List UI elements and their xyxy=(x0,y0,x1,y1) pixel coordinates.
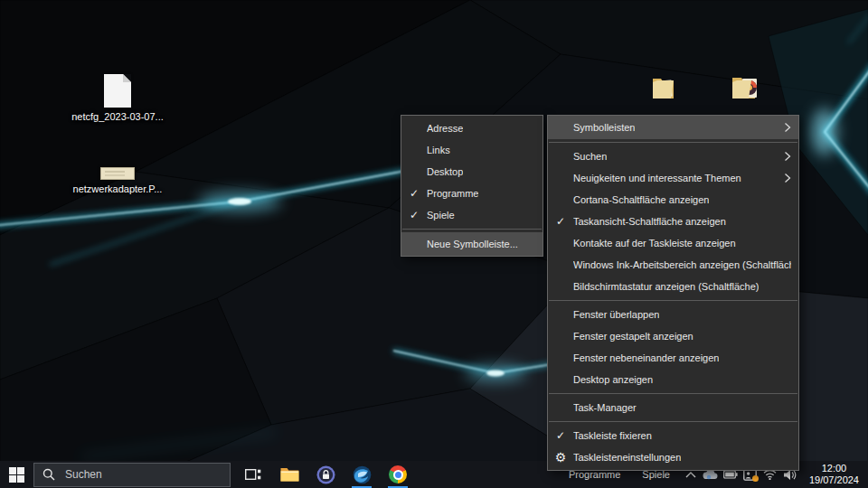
menu-item-programme[interactable]: ✓ Programme xyxy=(401,183,542,204)
menu-item-taskleiste-fixieren[interactable]: ✓ Taskleiste fixieren xyxy=(548,425,798,446)
desktop-icon-folder-1[interactable] xyxy=(626,75,707,100)
file-explorer-icon xyxy=(280,466,299,483)
menu-item-task-manager[interactable]: Task-Manager xyxy=(548,397,798,418)
desktop-icon-folder-2[interactable] xyxy=(706,74,788,100)
search-input[interactable] xyxy=(63,467,199,482)
thunderbird-button[interactable] xyxy=(347,461,376,488)
menu-separator xyxy=(549,421,797,422)
desktop-icon-label: netcfg_2023-03-07... xyxy=(71,111,164,122)
notification-badge xyxy=(752,475,759,482)
menu-item-label: Symbolleisten xyxy=(573,122,635,133)
menu-item-desktop-anzeigen[interactable]: Desktop anzeigen xyxy=(548,369,798,390)
thunderbird-icon xyxy=(353,465,372,484)
menu-item-taskleisteneinstellungen[interactable]: ⚙ Taskleisteneinstellungen xyxy=(548,446,798,468)
menu-item-label: Neue Symbolleiste... xyxy=(427,239,518,249)
image-thumbnail-icon xyxy=(100,167,135,180)
menu-item-label: Windows Ink-Arbeitsbereich anzeigen (Sch… xyxy=(573,259,791,270)
document-icon xyxy=(104,74,131,108)
desktop-icon-label: netzwerkadapter.P... xyxy=(73,183,163,194)
windows-desktop: netcfg_2023-03-07... netzwerkadapter.P..… xyxy=(0,0,868,488)
desktop-icon-netcfg[interactable]: netcfg_2023-03-07... xyxy=(77,74,158,122)
gear-icon: ⚙ xyxy=(548,451,573,464)
menu-item-taskansicht[interactable]: ✓ Taskansicht-Schaltfläche anzeigen xyxy=(548,211,798,232)
menu-item-links[interactable]: Links xyxy=(401,139,542,161)
menu-item-label: Taskleiste fixieren xyxy=(573,430,652,441)
toolbars-submenu: Adresse Links Desktop ✓ Programme ✓ Spie… xyxy=(401,115,543,257)
menu-item-label: Desktop xyxy=(427,166,463,177)
menu-item-kontakte[interactable]: Kontakte auf der Taskleiste anzeigen xyxy=(548,232,798,254)
taskbar-search-box[interactable] xyxy=(33,463,231,487)
menu-item-fenster-gestapelt[interactable]: Fenster gestapelt anzeigen xyxy=(548,325,798,347)
password-lock-app-button[interactable] xyxy=(311,461,340,488)
menu-item-cortana[interactable]: Cortana-Schaltfläche anzeigen xyxy=(548,189,798,211)
menu-item-label: Desktop anzeigen xyxy=(573,374,653,385)
task-view-button[interactable] xyxy=(239,461,268,488)
battery-icon xyxy=(723,470,738,479)
menu-item-label: Programme xyxy=(427,188,478,199)
checkmark-icon: ✓ xyxy=(401,188,427,199)
menu-separator xyxy=(549,300,797,301)
folder-with-media-icon xyxy=(731,74,762,100)
menu-item-spiele[interactable]: ✓ Spiele xyxy=(401,204,542,226)
desktop-icon-netzwerkadapter[interactable]: netzwerkadapter.P... xyxy=(77,167,158,194)
menu-item-label: Neuigkeiten und interessante Themen xyxy=(573,173,741,183)
checkmark-icon: ✓ xyxy=(548,430,573,441)
task-view-icon xyxy=(245,467,261,482)
menu-item-label: Fenster überlappen xyxy=(573,309,659,320)
menu-separator xyxy=(402,229,542,230)
chevron-up-icon xyxy=(685,472,696,478)
menu-item-adresse[interactable]: Adresse xyxy=(401,117,542,139)
taskbar-context-menu: Symbolleisten Suchen Neuigkeiten und int… xyxy=(547,115,799,471)
menu-separator xyxy=(549,142,797,143)
search-icon xyxy=(42,468,55,481)
menu-item-label: Spiele xyxy=(427,210,455,221)
submenu-arrow-icon xyxy=(784,151,791,162)
menu-item-label: Adresse xyxy=(427,123,463,134)
menu-item-fenster-nebeneinander[interactable]: Fenster nebeneinander anzeigen xyxy=(548,347,798,369)
file-explorer-button[interactable] xyxy=(275,461,304,488)
menu-item-label: Suchen xyxy=(573,151,607,162)
windows-logo-icon xyxy=(9,467,24,483)
menu-item-label: Kontakte auf der Taskleiste anzeigen xyxy=(573,238,736,249)
menu-item-windows-ink[interactable]: Windows Ink-Arbeitsbereich anzeigen (Sch… xyxy=(548,254,798,276)
menu-separator xyxy=(549,393,797,394)
checkmark-icon: ✓ xyxy=(548,216,573,227)
menu-item-neuigkeiten[interactable]: Neuigkeiten und interessante Themen xyxy=(548,167,798,189)
chrome-button[interactable] xyxy=(383,461,412,488)
menu-item-label: Links xyxy=(427,145,450,155)
submenu-arrow-icon xyxy=(784,122,791,133)
clock-time: 12:00 xyxy=(809,463,859,474)
lock-icon xyxy=(316,465,335,484)
menu-item-label: Taskansicht-Schaltfläche anzeigen xyxy=(573,216,726,227)
menu-item-label: Cortana-Schaltfläche anzeigen xyxy=(573,194,709,205)
menu-item-fenster-ueberlappen[interactable]: Fenster überlappen xyxy=(548,304,798,325)
menu-item-label: Fenster gestapelt anzeigen xyxy=(573,331,693,342)
menu-item-label: Task-Manager xyxy=(573,402,637,413)
taskbar-clock[interactable]: 12:00 19/07/2024 xyxy=(806,463,863,486)
menu-item-neue-symbolleiste[interactable]: Neue Symbolleiste... xyxy=(401,232,542,256)
menu-item-desktop[interactable]: Desktop xyxy=(401,161,542,183)
chrome-icon xyxy=(389,465,407,483)
folder-with-documents-icon xyxy=(652,75,681,100)
menu-item-label: Fenster nebeneinander anzeigen xyxy=(573,352,719,363)
checkmark-icon: ✓ xyxy=(401,210,427,221)
submenu-arrow-icon xyxy=(784,173,791,183)
menu-item-bildschirmtastatur[interactable]: Bildschirmtastatur anzeigen (Schaltfläch… xyxy=(548,276,798,297)
menu-item-label: Taskleisteneinstellungen xyxy=(573,452,681,463)
start-button[interactable] xyxy=(0,461,33,488)
menu-item-symbolleisten[interactable]: Symbolleisten xyxy=(548,116,798,139)
menu-item-label: Bildschirmtastatur anzeigen (Schaltfläch… xyxy=(573,281,759,292)
clock-date: 19/07/2024 xyxy=(809,474,859,486)
menu-item-suchen[interactable]: Suchen xyxy=(548,145,798,167)
